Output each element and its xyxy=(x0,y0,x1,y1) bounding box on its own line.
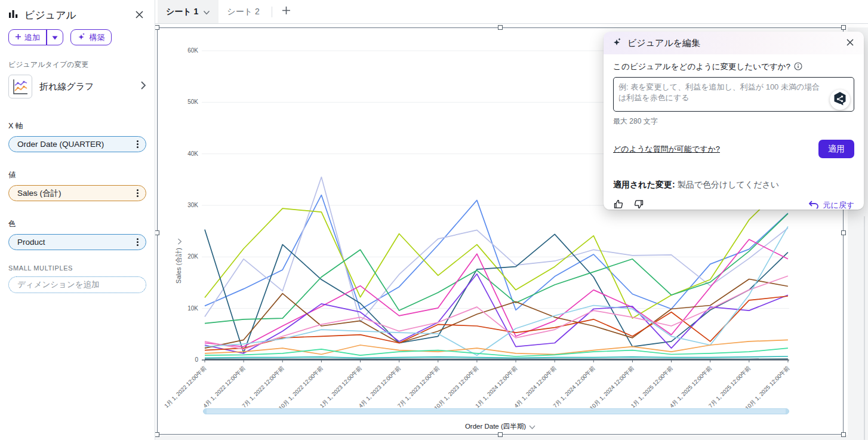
x-tick-label: 1月 1, 2023 12:00午前 xyxy=(318,364,363,409)
x-axis-field-pill[interactable]: Order Date (QUARTER) xyxy=(8,136,146,152)
x-tick-label: 10月 1, 2023 12:00午前 xyxy=(433,364,480,411)
dialog-question: このビジュアルをどのように変更したいですか? xyxy=(613,61,790,72)
applied-change-label: 適用された変更: xyxy=(613,180,675,189)
x-tick-label: 4月 1, 2025 12:00午前 xyxy=(668,364,713,409)
resize-handle-s[interactable] xyxy=(498,432,503,437)
small-multiples-placeholder: ディメンションを追加 xyxy=(17,279,140,290)
chevron-down-icon xyxy=(176,238,183,245)
color-field-pill[interactable]: Product xyxy=(8,234,146,250)
resize-handle-nw[interactable] xyxy=(155,25,159,30)
x-tick-label: 1月 1, 2025 12:00午前 xyxy=(629,364,674,409)
line-chart-icon xyxy=(8,75,32,99)
resize-handle-n[interactable] xyxy=(498,25,503,30)
dialog-title: ビジュアルを編集 xyxy=(627,38,839,49)
chart-horizontal-scrollbar[interactable] xyxy=(203,408,789,414)
y-tick-label: 0 xyxy=(195,356,198,363)
canvas-vertical-scrollbar[interactable] xyxy=(864,216,865,440)
color-fieldwell-label: 色 xyxy=(0,201,155,234)
x-tick-label: 7月 1, 2025 12:00午前 xyxy=(707,364,752,409)
chevron-down-icon xyxy=(529,423,535,430)
x-axis-title-text: Order Date (四半期) xyxy=(465,422,526,431)
value-fieldwell-label: 値 xyxy=(0,152,155,185)
sheet-tabbar: シート 1 シート 2 xyxy=(155,0,868,24)
kebab-icon[interactable] xyxy=(136,139,140,149)
series-line-blue[interactable] xyxy=(205,195,788,310)
tab-divider xyxy=(272,7,272,17)
series-line-teal[interactable] xyxy=(205,356,788,358)
close-icon xyxy=(846,38,854,48)
y-tick-label: 10K xyxy=(187,305,198,312)
applied-change-text: 製品で色分けしてください xyxy=(678,180,780,189)
add-button-label: 追加 xyxy=(24,32,40,43)
x-tick-label: 7月 1, 2023 12:00午前 xyxy=(396,364,441,409)
x-axis-field-name: Order Date (QUARTER) xyxy=(17,140,136,149)
dialog-close-button[interactable] xyxy=(845,37,855,50)
dialog-header: ビジュアルを編集 xyxy=(604,32,864,54)
x-tick-label: 4月 1, 2023 12:00午前 xyxy=(357,364,402,409)
sparkle-icon xyxy=(77,32,86,43)
resize-handle-se[interactable] xyxy=(841,432,846,437)
edit-visual-dialog: ビジュアルを編集 このビジュアルをどのように変更したいですか? xyxy=(604,32,864,210)
tab-sheet-1-label: シート 1 xyxy=(166,7,198,17)
q-send-button[interactable] xyxy=(830,90,850,110)
y-tick-label: 40K xyxy=(187,150,198,157)
chevron-right-icon xyxy=(140,81,146,93)
x-axis-fieldwell-label: X 軸 xyxy=(0,110,155,136)
chevron-down-icon[interactable] xyxy=(203,7,210,17)
y-tick-label: 50K xyxy=(187,99,198,105)
visual-type-selector[interactable]: 折れ線グラフ xyxy=(0,73,155,100)
build-visual-button[interactable]: 構築 xyxy=(70,29,112,45)
info-icon[interactable] xyxy=(794,62,802,72)
x-tick-label: 1月 1, 2024 12:00午前 xyxy=(474,364,519,409)
undo-icon xyxy=(808,201,819,210)
add-visual-dropdown[interactable] xyxy=(47,33,63,42)
x-tick-label: 7月 1, 2024 12:00午前 xyxy=(552,364,596,409)
kebab-icon[interactable] xyxy=(136,188,140,198)
thumbs-down-icon[interactable] xyxy=(633,199,644,210)
visual-type-label: ビジュアルタイプの変更 xyxy=(0,54,155,73)
x-tick-label: 10月 1, 2024 12:00午前 xyxy=(588,364,635,411)
caret-down-icon xyxy=(52,33,58,42)
undo-label: 元に戻す xyxy=(823,200,854,210)
undo-change-link[interactable]: 元に戻す xyxy=(808,200,854,210)
plus-icon xyxy=(282,6,291,17)
x-tick-label: 4月 1, 2022 12:00午前 xyxy=(202,364,247,409)
q-send-icon xyxy=(832,91,848,109)
tab-sheet-2[interactable]: シート 2 xyxy=(218,0,267,23)
thumbs-up-icon[interactable] xyxy=(613,199,624,210)
build-button-label: 構築 xyxy=(90,32,105,43)
help-link[interactable]: どのような質問が可能ですか? xyxy=(613,144,720,155)
resize-handle-e[interactable] xyxy=(841,230,846,235)
small-multiples-dropzone[interactable]: ディメンションを追加 xyxy=(8,276,146,293)
x-tick-label: 1月 1, 2022 12:00午前 xyxy=(163,364,208,409)
x-tick-label: 7月 1, 2022 12:00午前 xyxy=(241,364,285,409)
add-sheet-button[interactable] xyxy=(276,0,297,23)
x-tick-label: 10月 1, 2022 12:00午前 xyxy=(277,364,324,411)
x-tick-label: 4月 1, 2024 12:00午前 xyxy=(513,364,558,409)
panel-close-button[interactable] xyxy=(134,9,145,22)
tab-sheet-1[interactable]: シート 1 xyxy=(158,0,218,23)
add-visual-split-button[interactable]: 追加 xyxy=(8,29,63,45)
value-field-pill[interactable]: Sales (合計) xyxy=(8,185,146,201)
plus-icon xyxy=(15,33,21,42)
bar-chart-icon xyxy=(8,10,19,21)
prompt-input[interactable] xyxy=(613,77,854,112)
visuals-panel: ビジュアル 追加 xyxy=(0,0,155,440)
y-tick-label: 30K xyxy=(187,202,198,208)
y-tick-label: 20K xyxy=(187,253,198,260)
small-multiples-label: SMALL MULTIPLES xyxy=(0,250,155,276)
resize-handle-sw[interactable] xyxy=(155,432,159,437)
canvas-bottom-gutter xyxy=(155,435,868,440)
max-chars-hint: 最大 280 文字 xyxy=(613,116,854,127)
resize-handle-w[interactable] xyxy=(155,230,159,235)
apply-button[interactable]: 適用 xyxy=(818,140,854,158)
y-axis-title[interactable]: Sales (合計) xyxy=(174,238,183,284)
tab-sheet-2-label: シート 2 xyxy=(227,7,259,17)
x-axis-title[interactable]: Order Date (四半期) xyxy=(158,422,843,431)
kebab-icon[interactable] xyxy=(136,237,140,247)
y-axis-title-text: Sales (合計) xyxy=(174,248,183,284)
value-field-name: Sales (合計) xyxy=(17,188,136,199)
series-line-sky-blue[interactable] xyxy=(205,226,788,355)
resize-handle-ne[interactable] xyxy=(841,25,846,30)
sparkle-icon xyxy=(612,37,622,50)
